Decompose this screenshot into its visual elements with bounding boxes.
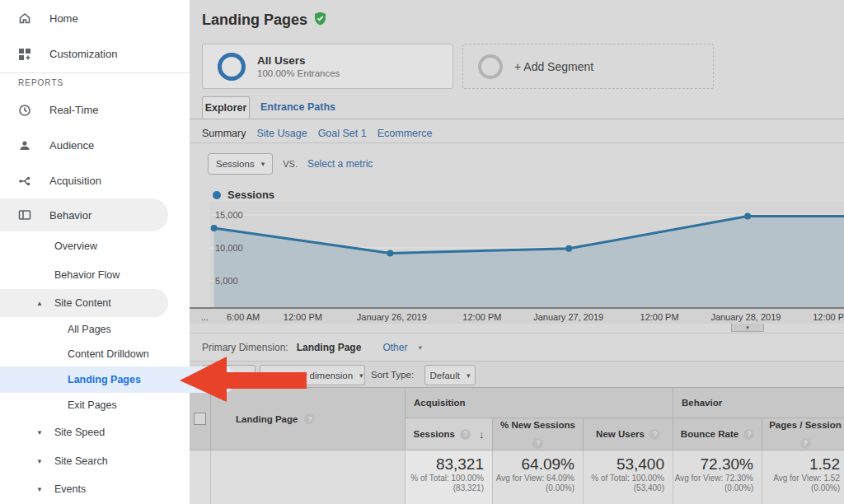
sidebar-item-customization[interactable]: Customization — [0, 36, 190, 72]
totals-new-sessions: 64.09% Avg for View: 64.09% (0.00%) — [493, 450, 584, 504]
metric-selector-row: Sessions ▾ vs. Select a metric — [208, 153, 373, 175]
sidebar-item-label: Site Speed — [54, 427, 105, 438]
timeline-expand-tab[interactable]: ▾ — [731, 324, 764, 332]
totals-bounce-rate: 72.30% Avg for View: 72.30% (0.00%) — [673, 450, 762, 504]
sort-type-dropdown[interactable]: Default ▾ — [424, 365, 476, 385]
sidebar-item-label: Overview — [54, 240, 97, 252]
clock-icon — [18, 104, 31, 117]
x-tick-label: ... — [201, 312, 209, 322]
sidebar-item-label: Behavior Flow — [54, 269, 120, 281]
data-point-marker — [211, 225, 218, 231]
data-point-marker — [387, 250, 393, 256]
segment-card-all-users[interactable]: All Users 100.00% Entrances — [202, 44, 453, 89]
sidebar-item-overview[interactable]: Overview — [0, 231, 190, 261]
legend-dot-icon — [213, 191, 221, 199]
chart-legend: Sessions — [213, 189, 274, 201]
subnav-goal-set-1[interactable]: Goal Set 1 — [318, 128, 367, 139]
segment-subtitle: 100.00% Entrances — [257, 68, 340, 78]
sessions-timeline-chart: 15,00010,0005,000 — [210, 202, 844, 307]
tab-bar: Explorer Entrance Paths — [190, 96, 844, 119]
sidebar-item-all-pages[interactable]: All Pages — [0, 317, 190, 342]
y-tick-label: 15,000 — [215, 210, 243, 220]
report-main: Landing Pages All Users 100.00% Entrance… — [190, 0, 844, 504]
sidebar-item-label: Site Search — [54, 455, 108, 467]
home-icon — [18, 12, 31, 25]
sidebar-item-site-content[interactable]: ▲ Site Content — [0, 289, 168, 317]
sidebar-item-audience[interactable]: Audience — [0, 128, 190, 163]
sidebar-item-acquisition[interactable]: Acquisition — [0, 163, 190, 198]
metric-dropdown[interactable]: Sessions ▾ — [208, 153, 273, 175]
sidebar-item-label: Audience — [49, 139, 94, 152]
subnav-ecommerce[interactable]: Ecommerce — [377, 128, 433, 139]
sessions-chart-svg — [210, 202, 844, 307]
column-header-sessions[interactable]: Sessions ? ↓ — [406, 418, 493, 450]
column-header-new-sessions[interactable]: % New Sessions ? — [493, 418, 584, 450]
select-a-metric-link[interactable]: Select a metric — [307, 158, 373, 170]
column-header-pages-session[interactable]: Pages / Session ? — [762, 418, 844, 450]
sidebar-item-behavior-flow[interactable]: Behavior Flow — [0, 261, 190, 289]
totals-landing-page-cell — [211, 450, 406, 504]
totals-checkbox-cell — [190, 450, 211, 504]
sidebar-item-realtime[interactable]: Real-Time — [0, 92, 190, 128]
expand-triangle-icon: ▼ — [36, 458, 43, 465]
chevron-down-icon: ▾ — [467, 371, 471, 380]
sidebar-item-events[interactable]: ▼ Events — [0, 475, 190, 503]
column-header-bounce-rate[interactable]: Bounce Rate ? — [673, 418, 762, 450]
x-tick-label: 12:00 PM — [813, 312, 844, 322]
sidebar-item-content-drilldown[interactable]: Content Drilldown — [0, 342, 190, 366]
sort-type-label: Sort Type: — [371, 370, 414, 380]
x-tick-label: 6:00 AM — [227, 312, 260, 322]
sidebar-item-exit-pages[interactable]: Exit Pages — [0, 393, 190, 418]
sidebar-item-site-speed[interactable]: ▼ Site Speed — [0, 418, 190, 447]
help-icon[interactable]: ? — [649, 429, 660, 440]
segment-donut-gray-icon — [478, 54, 503, 79]
chevron-down-icon: ▾ — [261, 160, 265, 168]
sidebar-item-home[interactable]: Home — [0, 0, 190, 36]
expand-triangle-icon: ▼ — [36, 429, 43, 436]
sidebar-item-label: Content Drilldown — [68, 348, 149, 360]
sidebar: Home Customization REPORTS Real-Time — [0, 0, 190, 504]
other-dimension-link[interactable]: Other — [382, 342, 407, 353]
chevron-down-icon: ▾ — [418, 343, 422, 352]
sidebar-item-behavior[interactable]: Behavior — [0, 198, 168, 231]
sidebar-item-label: Customization — [49, 48, 117, 60]
help-icon[interactable]: ? — [460, 429, 471, 440]
y-tick-label: 5,000 — [215, 276, 238, 286]
help-icon[interactable]: ? — [304, 413, 315, 424]
sidebar-item-label: All Pages — [68, 324, 111, 335]
tab-explorer[interactable]: Explorer — [202, 96, 250, 119]
expand-triangle-icon: ▼ — [36, 486, 43, 493]
help-icon[interactable]: ? — [800, 438, 811, 449]
data-point-marker — [565, 245, 572, 252]
acquisition-icon — [18, 175, 31, 188]
subnav-bar: Summary Site Usage Goal Set 1 Ecommerce — [190, 124, 844, 143]
add-segment-button[interactable]: + Add Segment — [462, 44, 714, 89]
help-icon[interactable]: ? — [743, 429, 754, 440]
person-icon — [18, 139, 31, 152]
behavior-icon — [18, 208, 31, 222]
customization-icon — [18, 48, 31, 61]
legend-label: Sessions — [227, 189, 274, 201]
metric-dropdown-value: Sessions — [216, 159, 255, 169]
page-title-row: Landing Pages — [202, 12, 326, 29]
help-icon[interactable]: ? — [532, 438, 543, 449]
page-title: Landing Pages — [202, 12, 307, 29]
add-segment-label: + Add Segment — [514, 60, 593, 73]
red-annotation-arrow — [171, 350, 312, 408]
sidebar-item-label: Landing Pages — [68, 374, 141, 385]
x-tick-label: 12:00 PM — [462, 312, 501, 322]
section-divider — [190, 333, 844, 334]
chevron-down-icon: ▾ — [359, 371, 363, 380]
sidebar-item-site-search[interactable]: ▼ Site Search — [0, 447, 190, 475]
sidebar-item-label: Acquisition — [49, 175, 101, 187]
vs-label: vs. — [283, 159, 298, 169]
tab-entrance-paths[interactable]: Entrance Paths — [260, 101, 335, 113]
sidebar-item-label: Home — [49, 12, 78, 25]
select-all-checkbox[interactable] — [194, 413, 206, 425]
sort-descending-icon: ↓ — [479, 429, 485, 440]
segment-donut-icon — [218, 53, 246, 81]
subnav-summary[interactable]: Summary — [202, 128, 246, 139]
segment-title: All Users — [257, 54, 340, 67]
column-header-new-users[interactable]: New Users ? — [584, 418, 673, 450]
subnav-site-usage[interactable]: Site Usage — [256, 128, 307, 139]
